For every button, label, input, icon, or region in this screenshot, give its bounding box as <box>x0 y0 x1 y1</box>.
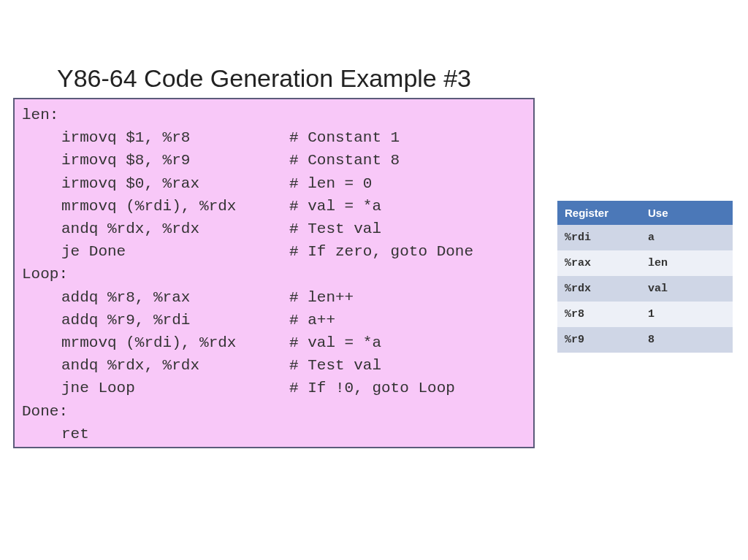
code-comment: # Constant 1 <box>289 126 400 149</box>
code-comment: # val = *a <box>289 331 381 354</box>
code-instruction: jne Loop <box>22 377 289 399</box>
table-row: %r81 <box>557 302 733 327</box>
code-instruction: mrmovq (%rdi), %rdx <box>22 331 289 354</box>
code-instruction: andq %rdx, %rdx <box>22 354 289 377</box>
use-cell: val <box>641 276 733 302</box>
code-line: je Done# If zero, goto Done <box>22 240 526 263</box>
use-cell: len <box>641 250 733 276</box>
code-listing: len:irmovq $1, %r8# Constant 1irmovq $8,… <box>13 98 535 448</box>
code-line: andq %rdx, %rdx# Test val <box>22 218 526 240</box>
code-comment: # Test val <box>289 354 381 377</box>
table-row: %rdxval <box>557 276 733 302</box>
code-line: ret <box>22 423 526 445</box>
code-label: Done: <box>22 403 68 420</box>
register-cell: %rdx <box>557 276 641 302</box>
use-cell: a <box>641 225 733 250</box>
use-cell: 1 <box>641 302 733 327</box>
code-comment: # If !0, goto Loop <box>289 377 455 399</box>
code-line: jne Loop# If !0, goto Loop <box>22 377 526 399</box>
code-line: Loop: <box>22 263 526 285</box>
code-line: len: <box>22 104 526 126</box>
code-comment: # Test val <box>289 218 381 240</box>
code-instruction: andq %rdx, %rdx <box>22 218 289 240</box>
table-row: %raxlen <box>557 250 733 276</box>
code-line: addq %r9, %rdi# a++ <box>22 309 526 331</box>
code-line: mrmovq (%rdi), %rdx# val = *a <box>22 195 526 218</box>
register-cell: %r9 <box>557 327 641 353</box>
code-comment: # If zero, goto Done <box>289 240 473 263</box>
code-instruction: addq %r9, %rdi <box>22 309 289 331</box>
register-cell: %rax <box>557 250 641 276</box>
table-row: %r98 <box>557 327 733 353</box>
table-header-register: Register <box>557 201 641 225</box>
code-label: len: <box>22 107 58 123</box>
code-comment: # len++ <box>289 286 354 309</box>
code-line: irmovq $0, %rax# len = 0 <box>22 172 526 195</box>
code-instruction: mrmovq (%rdi), %rdx <box>22 195 289 218</box>
table-header-use: Use <box>641 201 733 225</box>
code-instruction: je Done <box>22 240 289 263</box>
code-comment: # val = *a <box>289 195 381 218</box>
code-line: Done: <box>22 400 526 423</box>
code-instruction: irmovq $1, %r8 <box>22 126 289 149</box>
page-title: Y86-64 Code Generation Example #3 <box>57 64 471 93</box>
code-comment: # a++ <box>289 309 335 331</box>
register-cell: %r8 <box>557 302 641 327</box>
code-comment: # len = 0 <box>289 172 372 195</box>
code-line: addq %r8, %rax# len++ <box>22 286 526 309</box>
code-instruction: addq %r8, %rax <box>22 286 289 309</box>
code-comment: # Constant 8 <box>289 149 400 172</box>
register-cell: %rdi <box>557 225 641 250</box>
code-line: irmovq $1, %r8# Constant 1 <box>22 126 526 149</box>
code-line: mrmovq (%rdi), %rdx# val = *a <box>22 331 526 354</box>
code-line: irmovq $8, %r9# Constant 8 <box>22 149 526 172</box>
table-row: %rdia <box>557 225 733 250</box>
use-cell: 8 <box>641 327 733 353</box>
code-instruction: irmovq $8, %r9 <box>22 149 289 172</box>
register-table: Register Use %rdia%raxlen%rdxval%r81%r98 <box>557 201 733 353</box>
code-instruction: irmovq $0, %rax <box>22 172 289 195</box>
code-line: andq %rdx, %rdx# Test val <box>22 354 526 377</box>
code-instruction: ret <box>22 423 289 445</box>
code-label: Loop: <box>22 266 68 283</box>
